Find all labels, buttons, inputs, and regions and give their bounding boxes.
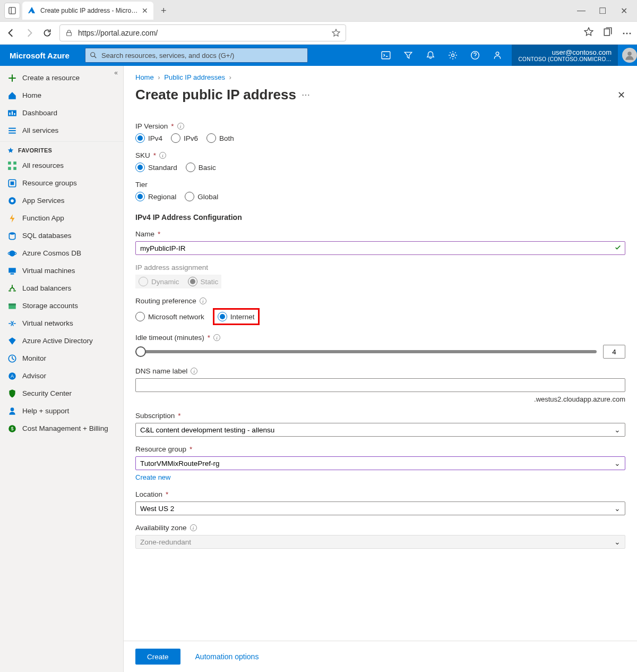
sidebar-item-cosmos[interactable]: Azure Cosmos DB	[0, 244, 123, 262]
info-icon[interactable]: i	[213, 334, 220, 341]
feedback-icon[interactable]	[493, 50, 502, 60]
ipv4-section-header: IPv4 IP Address Configuration	[135, 213, 625, 222]
storage-icon	[7, 301, 17, 311]
more-actions-icon[interactable]: ⋯	[302, 90, 310, 100]
sidebar-item-help[interactable]: Help + support	[0, 402, 123, 420]
sidebar-item-label: Help + support	[22, 407, 69, 415]
info-icon[interactable]: i	[159, 152, 166, 159]
sidebar-item-app-services[interactable]: App Services	[0, 192, 123, 209]
sidebar-create-resource[interactable]: Create a resource	[0, 69, 123, 87]
subscription-select[interactable]: C&L content development testing - allens…	[135, 423, 625, 437]
window-minimize-icon[interactable]: ―	[576, 6, 586, 16]
routing-microsoft-radio[interactable]: Microsoft network	[135, 312, 204, 321]
create-button[interactable]: Create	[135, 649, 180, 665]
routing-internet-radio[interactable]: Internet	[218, 312, 255, 321]
chevron-down-icon: ⌄	[614, 538, 621, 546]
location-select[interactable]: West US 2 ⌄	[135, 501, 625, 515]
dns-input[interactable]	[135, 378, 625, 392]
user-account-menu[interactable]: user@contoso.com CONTOSO (CONTOSO.ONMICR…	[512, 45, 618, 66]
svg-rect-6	[382, 52, 390, 59]
monitor-icon	[7, 354, 17, 363]
directory-filter-icon[interactable]	[403, 50, 413, 60]
info-icon[interactable]: i	[200, 297, 206, 304]
close-blade-button[interactable]: ✕	[617, 89, 625, 101]
svg-rect-18	[13, 167, 16, 170]
collections-icon[interactable]	[603, 27, 613, 37]
sidebar-item-aad[interactable]: Azure Active Directory	[0, 332, 123, 350]
ip-version-ipv4-radio[interactable]: IPv4	[135, 133, 162, 143]
chevron-down-icon: ⌄	[614, 504, 621, 513]
slider-thumb[interactable]	[135, 346, 146, 357]
automation-options-link[interactable]: Automation options	[195, 652, 259, 661]
cloud-shell-icon[interactable]	[381, 50, 391, 60]
tab-actions-icon	[8, 7, 16, 14]
tier-global-radio[interactable]: Global	[185, 192, 218, 201]
idle-timeout-slider[interactable]	[135, 350, 597, 353]
sidebar-item-load-balancers[interactable]: Load balancers	[0, 279, 123, 297]
ip-version-both-radio[interactable]: Both	[206, 133, 234, 143]
sidebar-item-cost[interactable]: $Cost Management + Billing	[0, 420, 123, 437]
favorites-bar-icon[interactable]	[584, 27, 593, 37]
sidebar-item-advisor[interactable]: AAdvisor	[0, 367, 123, 385]
sidebar-item-label: Home	[22, 91, 41, 99]
new-tab-button[interactable]: +	[156, 3, 171, 19]
sidebar-item-label: Azure Cosmos DB	[22, 249, 81, 257]
tab-close-icon[interactable]: ✕	[142, 6, 148, 15]
info-icon[interactable]: i	[190, 524, 197, 531]
sidebar-item-monitor[interactable]: Monitor	[0, 350, 123, 367]
sidebar-item-label: Storage accounts	[22, 302, 78, 310]
sidebar-item-storage[interactable]: Storage accounts	[0, 297, 123, 314]
svg-rect-0	[9, 7, 15, 14]
sidebar-item-vms[interactable]: Virtual machines	[0, 262, 123, 279]
azure-brand[interactable]: Microsoft Azure	[0, 51, 85, 60]
favorite-page-icon[interactable]	[332, 29, 340, 37]
sidebar-item-label: Resource groups	[22, 179, 77, 187]
load-balancer-icon	[7, 284, 17, 293]
svg-point-22	[11, 199, 14, 202]
window-close-icon[interactable]: ✕	[619, 6, 629, 16]
tab-actions-button[interactable]	[4, 3, 20, 19]
function-icon	[7, 214, 17, 223]
info-icon[interactable]: i	[191, 368, 197, 375]
address-bar[interactable]: https://portal.azure.com/	[59, 24, 346, 41]
browser-tab[interactable]: Create public IP address - Micro… ✕	[22, 2, 153, 20]
avatar[interactable]	[622, 48, 637, 63]
breadcrumb-parent[interactable]: Public IP addresses	[164, 73, 225, 81]
sidebar-home[interactable]: Home	[0, 87, 123, 104]
breadcrumb: Home › Public IP addresses ›	[124, 66, 637, 83]
breadcrumb-home[interactable]: Home	[135, 73, 154, 81]
idle-timeout-value[interactable]: 4	[603, 345, 625, 359]
sidebar-item-function-app[interactable]: Function App	[0, 209, 123, 227]
back-button[interactable]	[5, 27, 17, 39]
resource-group-select[interactable]: TutorVMMixRoutePref-rg ⌄	[135, 456, 625, 470]
sidebar-item-all-resources[interactable]: All resources	[0, 157, 123, 174]
collapse-sidebar-icon[interactable]: «	[114, 69, 118, 76]
help-icon[interactable]	[470, 50, 480, 60]
sidebar-item-sql[interactable]: SQL databases	[0, 227, 123, 244]
sku-standard-radio[interactable]: Standard	[135, 163, 177, 172]
notifications-icon[interactable]	[426, 50, 435, 60]
settings-icon[interactable]	[448, 50, 458, 60]
forward-button	[23, 27, 35, 39]
browser-menu-icon[interactable]: ⋯	[622, 27, 632, 39]
create-new-rg-link[interactable]: Create new	[135, 473, 170, 481]
lock-icon	[65, 29, 73, 37]
sidebar-item-security[interactable]: Security Center	[0, 385, 123, 402]
global-search-input[interactable]: Search resources, services, and docs (G+…	[85, 48, 308, 63]
svg-rect-29	[8, 303, 16, 305]
name-input[interactable]	[135, 241, 625, 255]
sidebar-all-services[interactable]: All services	[0, 122, 123, 139]
window-maximize-icon[interactable]: ☐	[598, 6, 607, 16]
ip-version-ipv6-radio[interactable]: IPv6	[171, 133, 198, 143]
sidebar-item-vnet[interactable]: Virtual networks	[0, 314, 123, 332]
svg-rect-13	[12, 111, 13, 115]
sidebar-item-label: Monitor	[22, 354, 46, 362]
svg-text:$: $	[11, 426, 13, 431]
tier-regional-radio[interactable]: Regional	[135, 192, 176, 201]
info-icon[interactable]: i	[177, 123, 184, 130]
sidebar-item-resource-groups[interactable]: Resource groups	[0, 174, 123, 192]
idle-label: Idle timeout (minutes) *i	[135, 334, 625, 342]
refresh-button[interactable]	[41, 27, 53, 39]
sidebar-dashboard[interactable]: Dashboard	[0, 104, 123, 122]
sku-basic-radio[interactable]: Basic	[186, 163, 216, 172]
